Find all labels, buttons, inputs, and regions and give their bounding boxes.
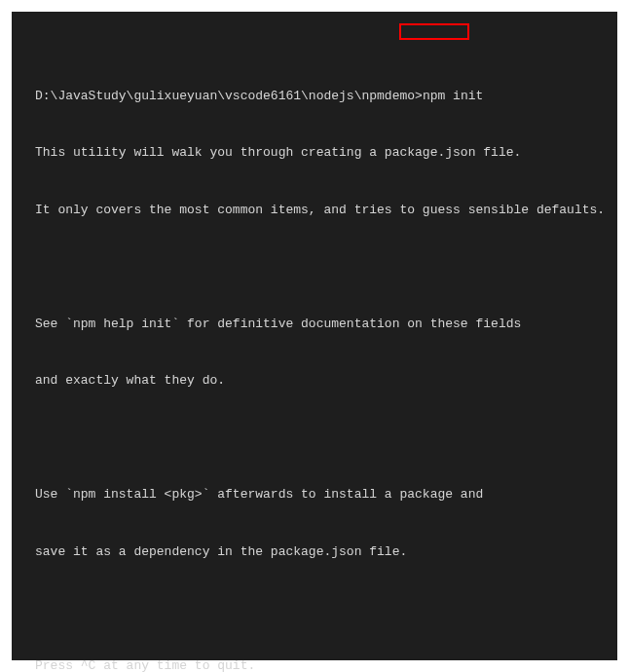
terminal-window[interactable]: D:\JavaStudy\gulixueyuan\vscode6161\node… bbox=[12, 12, 617, 660]
output-line bbox=[35, 429, 594, 448]
output-line: It only covers the most common items, an… bbox=[35, 201, 594, 220]
command-highlight bbox=[399, 23, 469, 40]
output-line: and exactly what they do. bbox=[35, 371, 594, 391]
prompt-path: D:\JavaStudy\gulixueyuan\vscode6161\node… bbox=[35, 89, 423, 103]
output-line: See `npm help init` for definitive docum… bbox=[35, 315, 594, 334]
output-line bbox=[35, 599, 594, 618]
output-line: Use `npm install <pkg>` afterwards to in… bbox=[35, 485, 594, 504]
prompt-line: D:\JavaStudy\gulixueyuan\vscode6161\node… bbox=[35, 87, 594, 106]
output-line: save it as a dependency in the package.j… bbox=[35, 542, 594, 562]
command-text: npm init bbox=[423, 89, 483, 103]
output-line: Press ^C at any time to quit. bbox=[35, 656, 594, 673]
output-line bbox=[35, 257, 594, 277]
output-line: This utility will walk you through creat… bbox=[35, 143, 594, 163]
